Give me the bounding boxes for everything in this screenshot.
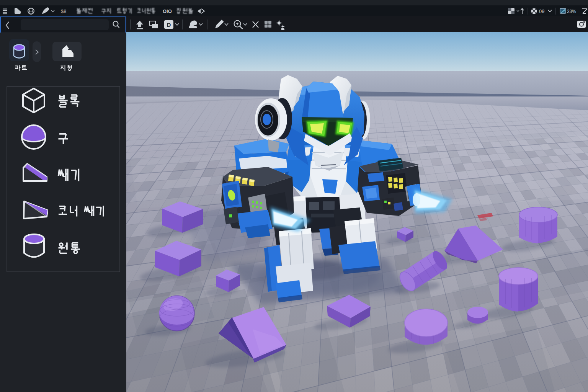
svg-text:33%: 33% xyxy=(567,9,576,14)
svg-text:D: D xyxy=(167,21,171,28)
svg-text:OIO: OIO xyxy=(163,8,172,14)
svg-text:09: 09 xyxy=(539,8,544,14)
svg-text:$8: $8 xyxy=(61,8,66,14)
